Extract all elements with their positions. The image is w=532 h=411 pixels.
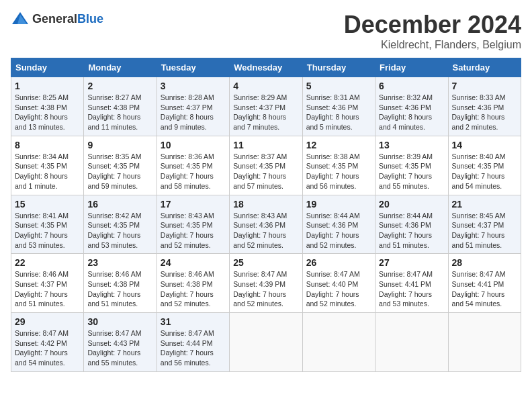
- weekday-header-saturday: Saturday: [448, 58, 521, 77]
- day-number: 21: [452, 199, 517, 210]
- day-number: 20: [379, 199, 444, 210]
- calendar-cell: 8Sunrise: 8:34 AM Sunset: 4:35 PM Daylig…: [11, 136, 84, 195]
- calendar-cell: 12Sunrise: 8:38 AM Sunset: 4:35 PM Dayli…: [302, 136, 375, 195]
- calendar-week-1: 1Sunrise: 8:25 AM Sunset: 4:38 PM Daylig…: [11, 77, 521, 136]
- day-info: Sunrise: 8:45 AM Sunset: 4:37 PM Dayligh…: [452, 211, 517, 250]
- day-info: Sunrise: 8:46 AM Sunset: 4:38 PM Dayligh…: [161, 269, 226, 309]
- weekday-header-sunday: Sunday: [11, 58, 84, 77]
- calendar-table: SundayMondayTuesdayWednesdayThursdayFrid…: [11, 58, 521, 372]
- calendar-cell: 4Sunrise: 8:29 AM Sunset: 4:37 PM Daylig…: [230, 77, 302, 136]
- day-info: Sunrise: 8:47 AM Sunset: 4:44 PM Dayligh…: [161, 328, 226, 368]
- logo-text-general: General: [32, 12, 77, 26]
- calendar-cell: 20Sunrise: 8:44 AM Sunset: 4:36 PM Dayli…: [375, 195, 448, 254]
- calendar-cell: 7Sunrise: 8:33 AM Sunset: 4:36 PM Daylig…: [448, 77, 521, 136]
- day-info: Sunrise: 8:43 AM Sunset: 4:36 PM Dayligh…: [233, 211, 298, 250]
- day-number: 19: [306, 199, 371, 210]
- calendar-cell: 24Sunrise: 8:46 AM Sunset: 4:38 PM Dayli…: [157, 254, 229, 313]
- day-info: Sunrise: 8:47 AM Sunset: 4:41 PM Dayligh…: [379, 269, 444, 309]
- day-number: 6: [379, 81, 444, 91]
- day-number: 8: [15, 140, 80, 150]
- day-number: 16: [87, 199, 152, 210]
- day-info: Sunrise: 8:27 AM Sunset: 4:38 PM Dayligh…: [87, 93, 152, 132]
- calendar-cell: 18Sunrise: 8:43 AM Sunset: 4:36 PM Dayli…: [230, 195, 302, 254]
- calendar-cell: 1Sunrise: 8:25 AM Sunset: 4:38 PM Daylig…: [11, 77, 84, 136]
- day-number: 11: [233, 140, 298, 150]
- logo-text-blue: Blue: [77, 12, 103, 26]
- calendar-cell: 21Sunrise: 8:45 AM Sunset: 4:37 PM Dayli…: [448, 195, 521, 254]
- day-info: Sunrise: 8:44 AM Sunset: 4:36 PM Dayligh…: [306, 211, 371, 250]
- day-info: Sunrise: 8:41 AM Sunset: 4:35 PM Dayligh…: [15, 211, 80, 250]
- calendar-cell: 29Sunrise: 8:47 AM Sunset: 4:42 PM Dayli…: [11, 313, 84, 372]
- day-number: 29: [15, 316, 80, 327]
- calendar-week-4: 22Sunrise: 8:46 AM Sunset: 4:37 PM Dayli…: [11, 254, 521, 313]
- day-number: 24: [161, 257, 226, 268]
- calendar-cell: 5Sunrise: 8:31 AM Sunset: 4:36 PM Daylig…: [302, 77, 375, 136]
- day-info: Sunrise: 8:33 AM Sunset: 4:36 PM Dayligh…: [452, 93, 517, 132]
- calendar-cell: 10Sunrise: 8:36 AM Sunset: 4:35 PM Dayli…: [157, 136, 229, 195]
- day-number: 27: [379, 257, 444, 268]
- day-number: 7: [452, 81, 517, 91]
- day-number: 14: [452, 140, 517, 150]
- logo-icon: [11, 11, 30, 27]
- calendar-cell: 31Sunrise: 8:47 AM Sunset: 4:44 PM Dayli…: [157, 313, 229, 372]
- calendar-cell: 22Sunrise: 8:46 AM Sunset: 4:37 PM Dayli…: [11, 254, 84, 313]
- weekday-header-tuesday: Tuesday: [157, 58, 229, 77]
- weekday-header-friday: Friday: [375, 58, 448, 77]
- calendar-cell: 2Sunrise: 8:27 AM Sunset: 4:38 PM Daylig…: [84, 77, 157, 136]
- day-number: 28: [452, 257, 517, 268]
- day-number: 5: [306, 81, 371, 91]
- day-info: Sunrise: 8:44 AM Sunset: 4:36 PM Dayligh…: [379, 211, 444, 250]
- day-info: Sunrise: 8:43 AM Sunset: 4:35 PM Dayligh…: [161, 211, 226, 250]
- logo: GeneralBlue: [11, 11, 103, 27]
- day-number: 10: [161, 140, 226, 150]
- day-number: 13: [379, 140, 444, 150]
- day-number: 12: [306, 140, 371, 150]
- day-info: Sunrise: 8:31 AM Sunset: 4:36 PM Dayligh…: [306, 93, 371, 132]
- day-number: 25: [233, 257, 298, 268]
- day-number: 17: [161, 199, 226, 210]
- day-info: Sunrise: 8:47 AM Sunset: 4:42 PM Dayligh…: [15, 328, 80, 368]
- day-info: Sunrise: 8:47 AM Sunset: 4:40 PM Dayligh…: [306, 269, 371, 309]
- calendar-cell: 15Sunrise: 8:41 AM Sunset: 4:35 PM Dayli…: [11, 195, 84, 254]
- month-title: December 2024: [344, 11, 521, 39]
- day-info: Sunrise: 8:42 AM Sunset: 4:35 PM Dayligh…: [87, 211, 152, 250]
- weekday-header-row: SundayMondayTuesdayWednesdayThursdayFrid…: [11, 58, 521, 77]
- calendar-cell: 17Sunrise: 8:43 AM Sunset: 4:35 PM Dayli…: [157, 195, 229, 254]
- day-info: Sunrise: 8:38 AM Sunset: 4:35 PM Dayligh…: [306, 152, 371, 191]
- calendar-cell: 3Sunrise: 8:28 AM Sunset: 4:37 PM Daylig…: [157, 77, 229, 136]
- calendar-cell: 6Sunrise: 8:32 AM Sunset: 4:36 PM Daylig…: [375, 77, 448, 136]
- calendar-cell: [230, 313, 302, 372]
- calendar-cell: 28Sunrise: 8:47 AM Sunset: 4:41 PM Dayli…: [448, 254, 521, 313]
- title-area: December 2024 Kieldrecht, Flanders, Belg…: [344, 11, 521, 51]
- day-number: 22: [15, 257, 80, 268]
- day-number: 2: [87, 81, 152, 91]
- day-number: 4: [233, 81, 298, 91]
- day-number: 1: [15, 81, 80, 91]
- day-info: Sunrise: 8:47 AM Sunset: 4:39 PM Dayligh…: [233, 269, 298, 309]
- calendar-cell: 14Sunrise: 8:40 AM Sunset: 4:35 PM Dayli…: [448, 136, 521, 195]
- day-info: Sunrise: 8:36 AM Sunset: 4:35 PM Dayligh…: [161, 152, 226, 191]
- calendar-cell: 23Sunrise: 8:46 AM Sunset: 4:38 PM Dayli…: [84, 254, 157, 313]
- day-info: Sunrise: 8:46 AM Sunset: 4:37 PM Dayligh…: [15, 269, 80, 309]
- day-info: Sunrise: 8:46 AM Sunset: 4:38 PM Dayligh…: [87, 269, 152, 309]
- day-number: 9: [87, 140, 152, 150]
- calendar-cell: 30Sunrise: 8:47 AM Sunset: 4:43 PM Dayli…: [84, 313, 157, 372]
- day-info: Sunrise: 8:39 AM Sunset: 4:35 PM Dayligh…: [379, 152, 444, 191]
- day-info: Sunrise: 8:29 AM Sunset: 4:37 PM Dayligh…: [233, 93, 298, 132]
- calendar-cell: [448, 313, 521, 372]
- calendar-cell: 11Sunrise: 8:37 AM Sunset: 4:35 PM Dayli…: [230, 136, 302, 195]
- calendar-week-3: 15Sunrise: 8:41 AM Sunset: 4:35 PM Dayli…: [11, 195, 521, 254]
- calendar-cell: [302, 313, 375, 372]
- calendar-week-2: 8Sunrise: 8:34 AM Sunset: 4:35 PM Daylig…: [11, 136, 521, 195]
- calendar-cell: 27Sunrise: 8:47 AM Sunset: 4:41 PM Dayli…: [375, 254, 448, 313]
- location-title: Kieldrecht, Flanders, Belgium: [344, 39, 521, 51]
- weekday-header-wednesday: Wednesday: [230, 58, 302, 77]
- day-info: Sunrise: 8:34 AM Sunset: 4:35 PM Dayligh…: [15, 152, 80, 191]
- day-number: 30: [87, 316, 152, 327]
- day-info: Sunrise: 8:35 AM Sunset: 4:35 PM Dayligh…: [87, 152, 152, 191]
- day-number: 3: [161, 81, 226, 91]
- calendar-cell: 13Sunrise: 8:39 AM Sunset: 4:35 PM Dayli…: [375, 136, 448, 195]
- day-info: Sunrise: 8:32 AM Sunset: 4:36 PM Dayligh…: [379, 93, 444, 132]
- day-info: Sunrise: 8:47 AM Sunset: 4:41 PM Dayligh…: [452, 269, 517, 309]
- calendar-cell: 25Sunrise: 8:47 AM Sunset: 4:39 PM Dayli…: [230, 254, 302, 313]
